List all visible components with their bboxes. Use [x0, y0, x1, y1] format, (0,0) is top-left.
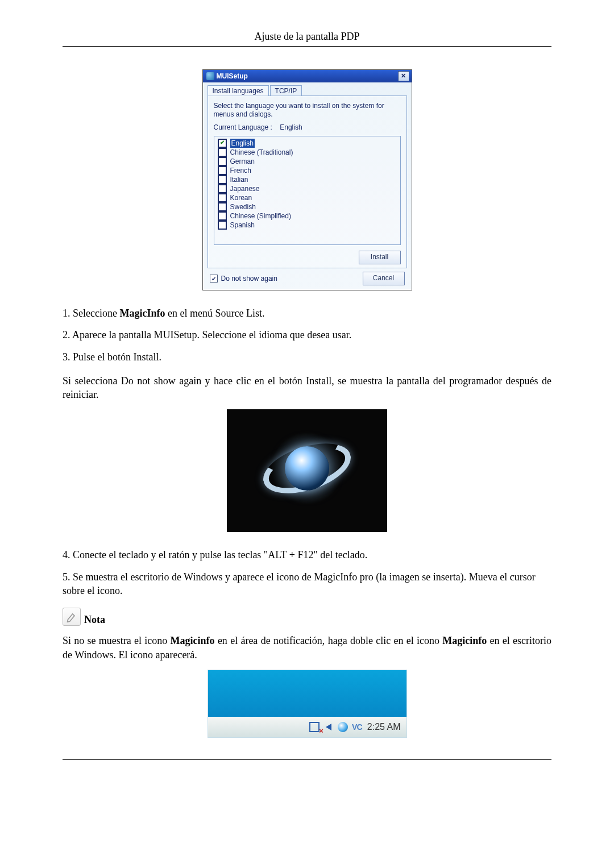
language-item[interactable]: ✔English	[218, 139, 397, 148]
language-item[interactable]: Chinese (Simplified)	[218, 211, 397, 221]
language-item-label: Korean	[230, 193, 252, 202]
current-language-label: Current Language :	[214, 123, 272, 131]
note-label: Nota	[84, 614, 105, 626]
checkbox-icon[interactable]	[218, 157, 227, 166]
checkbox-icon[interactable]	[218, 193, 227, 202]
network-globe-icon[interactable]	[338, 722, 348, 732]
checkbox-icon[interactable]	[218, 184, 227, 193]
tab-tcpip[interactable]: TCP/IP	[270, 85, 302, 96]
cancel-button[interactable]: Cancel	[363, 272, 405, 285]
language-item-label: Swedish	[230, 202, 256, 211]
step-3: 3. Pulse el botón Install.	[63, 350, 551, 364]
vc-tray-icon[interactable]: VC	[351, 721, 363, 733]
muisetup-title: MUISetup	[217, 72, 248, 80]
magicinfo-splash-figure	[227, 409, 387, 532]
current-language-value: English	[280, 123, 302, 131]
checkbox-icon[interactable]	[218, 221, 227, 230]
language-item[interactable]: Chinese (Traditional)	[218, 148, 397, 157]
language-item[interactable]: Spanish	[218, 221, 397, 230]
system-tray: VC	[309, 721, 363, 733]
checkbox-icon[interactable]	[218, 202, 227, 211]
do-not-show-again-checkbox[interactable]: ✔ Do not show again	[210, 275, 277, 283]
language-item[interactable]: German	[218, 157, 397, 166]
close-button[interactable]: ✕	[398, 71, 409, 81]
checkbox-icon[interactable]: ✔	[218, 139, 227, 148]
tab-install-languages[interactable]: Install languages	[208, 85, 269, 96]
muisetup-dialog-figure: MUISetup ✕ Install languages TCP/IP Sele…	[202, 69, 412, 290]
language-item-label: German	[230, 157, 255, 166]
step-4: 4. Conecte el teclado y el ratón y pulse…	[63, 548, 551, 562]
step-5: 5. Se muestra el escritorio de Windows y…	[63, 570, 551, 598]
language-item-label: Chinese (Traditional)	[230, 148, 293, 157]
volume-icon[interactable]	[309, 722, 320, 732]
globe-icon	[285, 446, 329, 491]
step-2: 2. Aparece la pantalla MUISetup. Selecci…	[63, 328, 551, 342]
language-item[interactable]: Italian	[218, 175, 397, 184]
checkbox-icon[interactable]	[218, 175, 227, 184]
language-list[interactable]: ✔EnglishChinese (Traditional)GermanFrenc…	[214, 136, 401, 245]
checkbox-icon[interactable]	[218, 211, 227, 221]
do-not-show-again-label: Do not show again	[221, 275, 277, 283]
taskbar-figure: VC 2:25 AM	[208, 670, 407, 738]
taskbar-clock: 2:25 AM	[367, 722, 401, 732]
note-paragraph: Si no se muestra el icono Magicinfo en e…	[63, 634, 551, 662]
language-item-label: Italian	[230, 175, 248, 184]
checkbox-icon[interactable]	[218, 148, 227, 157]
language-item[interactable]: Korean	[218, 193, 397, 202]
note-icon	[63, 608, 81, 626]
language-item-label: French	[230, 166, 251, 175]
paragraph-after-step3: Si selecciona Do not show again y hace c…	[63, 374, 551, 402]
speaker-icon[interactable]	[323, 721, 334, 733]
language-item-label: Chinese (Simplified)	[230, 211, 291, 221]
muisetup-titlebar: MUISetup ✕	[203, 70, 412, 82]
page-title: Ajuste de la pantalla PDP	[63, 31, 551, 47]
current-language-row: Current Language : English	[214, 123, 401, 131]
footer-rule	[63, 759, 551, 760]
language-item-label: English	[230, 139, 255, 148]
checkbox-icon[interactable]	[218, 166, 227, 175]
language-item-label: Japanese	[230, 184, 260, 193]
language-item-label: Spanish	[230, 221, 255, 230]
language-item[interactable]: Swedish	[218, 202, 397, 211]
language-item[interactable]: Japanese	[218, 184, 397, 193]
step-1: 1. Seleccione MagicInfo en el menú Sourc…	[63, 306, 551, 320]
language-item[interactable]: French	[218, 166, 397, 175]
muisetup-app-icon	[206, 72, 214, 80]
muisetup-instruction: Select the language you want to install …	[214, 102, 401, 119]
install-button[interactable]: Install	[359, 251, 401, 264]
